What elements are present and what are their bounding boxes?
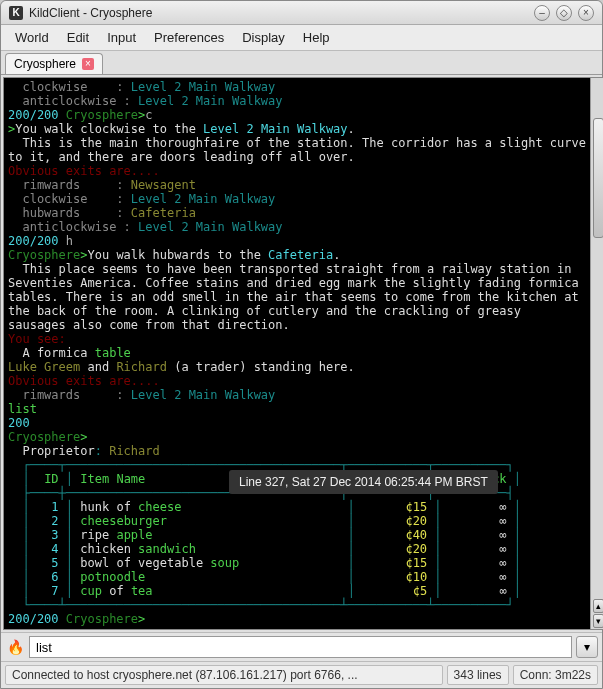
titlebar: K KildClient - Cryosphere – ◇ ×: [1, 1, 602, 25]
window-title: KildClient - Cryosphere: [29, 6, 528, 20]
menu-edit[interactable]: Edit: [59, 27, 97, 48]
tab-cryosphere[interactable]: Cryosphere ×: [5, 53, 103, 74]
menu-preferences[interactable]: Preferences: [146, 27, 232, 48]
scrollbar-thumb[interactable]: [593, 118, 603, 238]
scrollbar[interactable]: ▴ ▾: [590, 78, 603, 629]
app-icon: K: [9, 6, 23, 20]
trigger-icon[interactable]: 🔥: [5, 637, 25, 657]
tab-close-icon[interactable]: ×: [82, 58, 94, 70]
menu-display[interactable]: Display: [234, 27, 293, 48]
menu-help[interactable]: Help: [295, 27, 338, 48]
tab-label: Cryosphere: [14, 57, 76, 71]
scroll-up-icon[interactable]: ▴: [593, 599, 603, 613]
terminal[interactable]: clockwise : Level 2 Main Walkway anticlo…: [4, 78, 590, 629]
status-lines: 343 lines: [447, 665, 509, 685]
maximize-button[interactable]: ◇: [556, 5, 572, 21]
status-connection: Connected to host cryosphere.net (87.106…: [5, 665, 443, 685]
close-button[interactable]: ×: [578, 5, 594, 21]
scroll-down-icon[interactable]: ▾: [593, 614, 603, 628]
minimize-button[interactable]: –: [534, 5, 550, 21]
menu-world[interactable]: World: [7, 27, 57, 48]
input-bar: 🔥 ▾: [1, 632, 602, 661]
app-window: K KildClient - Cryosphere – ◇ × World Ed…: [0, 0, 603, 689]
terminal-container: clockwise : Level 2 Main Walkway anticlo…: [1, 75, 602, 632]
status-time: Conn: 3m22s: [513, 665, 598, 685]
menubar: World Edit Input Preferences Display Hel…: [1, 25, 602, 51]
statusbar: Connected to host cryosphere.net (87.106…: [1, 661, 602, 688]
line-tooltip: Line 327, Sat 27 Dec 2014 06:25:44 PM BR…: [229, 470, 498, 494]
command-input[interactable]: [29, 636, 572, 658]
menu-input[interactable]: Input: [99, 27, 144, 48]
history-dropdown-button[interactable]: ▾: [576, 636, 598, 658]
tabbar: Cryosphere ×: [1, 51, 602, 75]
